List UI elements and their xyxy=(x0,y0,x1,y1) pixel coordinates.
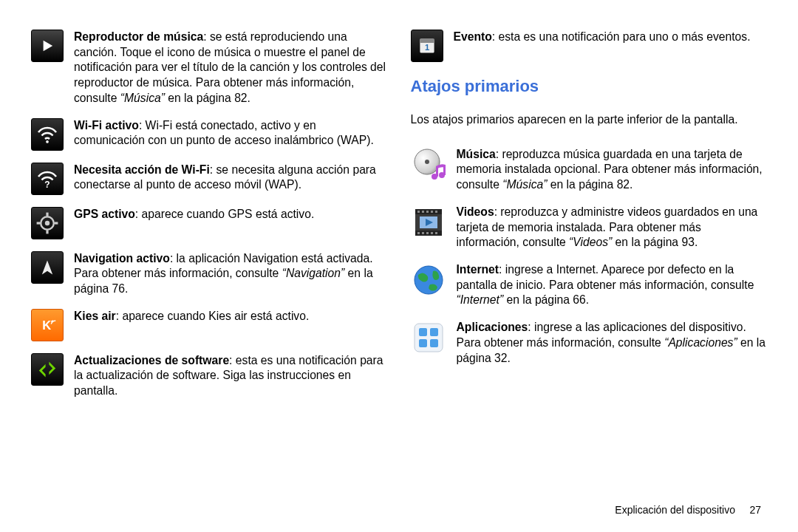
footer-page-number: 27 xyxy=(749,504,761,516)
shortcuts-subtext: Los atajos primarios aparecen en la part… xyxy=(411,112,768,128)
text: GPS activo: aparece cuando GPS está acti… xyxy=(74,207,388,239)
item-wifi-action: ? Necesita acción de Wi-Fi: se necesita … xyxy=(31,163,388,195)
item-navigation: Navigation activo: la aplicación Navigat… xyxy=(31,251,388,297)
wifi-question-icon: ? xyxy=(31,163,64,195)
play-icon xyxy=(31,30,64,62)
shortcut-applications: Aplicaciones: ingrese a las aplicaciones… xyxy=(411,320,768,366)
text: Videos: reproduzca y administre videos g… xyxy=(457,205,768,250)
svg-rect-28 xyxy=(431,211,433,213)
music-disc-icon xyxy=(411,147,446,183)
item-software-update: Actualizaciones de software: esta es una… xyxy=(31,353,388,399)
gps-icon xyxy=(31,207,64,239)
text: Navigation activo: la aplicación Navigat… xyxy=(74,251,388,297)
item-gps-active: GPS activo: aparece cuando GPS está acti… xyxy=(31,207,388,239)
svg-marker-11 xyxy=(39,364,46,378)
text: Internet: ingrese a Internet. Aparece po… xyxy=(457,262,768,308)
text: Aplicaciones: ingrese a las aplicaciones… xyxy=(457,320,768,366)
svg-rect-32 xyxy=(426,232,429,234)
svg-point-17 xyxy=(425,160,429,164)
text: Wi-Fi activo: Wi-Fi está conectado, acti… xyxy=(74,118,388,151)
svg-rect-25 xyxy=(417,211,420,213)
heading-shortcuts: Atajos primarios xyxy=(411,77,768,96)
film-strip-icon xyxy=(411,205,446,240)
shortcut-internet: Internet: ingrese a Internet. Aparece po… xyxy=(411,262,768,308)
text: Reproductor de música: se está reproduci… xyxy=(74,30,388,106)
svg-rect-42 xyxy=(419,339,427,347)
svg-rect-39 xyxy=(415,324,443,352)
svg-rect-41 xyxy=(430,328,438,336)
item-event: 1 Evento: esta es una notificación para … xyxy=(411,30,768,62)
text: Actualizaciones de software: esta es una… xyxy=(74,353,388,399)
shortcut-music: Música: reproduzca música guardada en un… xyxy=(411,147,768,193)
left-column: Reproductor de música: se está reproduci… xyxy=(31,30,388,510)
svg-rect-14 xyxy=(420,38,434,43)
text: Necesita acción de Wi-Fi: se necesita al… xyxy=(74,163,388,195)
svg-point-4 xyxy=(45,220,50,225)
shortcut-videos: Videos: reproduzca y administre videos g… xyxy=(411,205,768,250)
svg-rect-26 xyxy=(422,211,424,213)
page-footer: Explicación del dispositivo 27 xyxy=(615,504,761,516)
svg-rect-29 xyxy=(435,211,437,213)
navigation-arrow-icon xyxy=(31,251,64,284)
svg-rect-7 xyxy=(37,222,41,224)
svg-rect-27 xyxy=(426,211,429,213)
svg-marker-9 xyxy=(42,260,52,274)
globe-icon xyxy=(411,262,446,298)
svg-marker-0 xyxy=(44,41,53,51)
svg-marker-12 xyxy=(49,361,55,375)
item-music-player: Reproductor de música: se está reproduci… xyxy=(31,30,388,106)
software-update-icon xyxy=(31,353,64,386)
svg-text:?: ? xyxy=(44,180,50,190)
svg-rect-31 xyxy=(422,232,424,234)
text: Kies air: aparece cuando Kies air está a… xyxy=(74,309,388,341)
item-wifi-active: Wi-Fi activo: Wi-Fi está conectado, acti… xyxy=(31,118,388,151)
wifi-icon xyxy=(31,118,64,151)
svg-rect-34 xyxy=(435,232,437,234)
text: Música: reproduzca música guardada en un… xyxy=(457,147,768,193)
kies-air-icon: K xyxy=(31,309,64,341)
svg-text:K: K xyxy=(42,318,51,332)
svg-rect-5 xyxy=(46,212,48,216)
svg-rect-33 xyxy=(431,232,433,234)
item-kies-air: K Kies air: aparece cuando Kies air está… xyxy=(31,309,388,341)
svg-rect-6 xyxy=(46,230,48,233)
svg-rect-8 xyxy=(55,222,58,224)
svg-text:1: 1 xyxy=(424,43,429,52)
footer-section: Explicación del dispositivo xyxy=(615,504,735,516)
right-column: 1 Evento: esta es una notificación para … xyxy=(411,30,768,510)
apps-grid-icon xyxy=(411,320,446,355)
svg-point-1 xyxy=(46,140,49,143)
svg-rect-40 xyxy=(419,328,427,336)
calendar-event-icon: 1 xyxy=(411,30,443,62)
svg-rect-30 xyxy=(417,232,420,234)
text: Evento: esta es una notificación para un… xyxy=(454,30,768,62)
svg-rect-43 xyxy=(430,339,438,347)
